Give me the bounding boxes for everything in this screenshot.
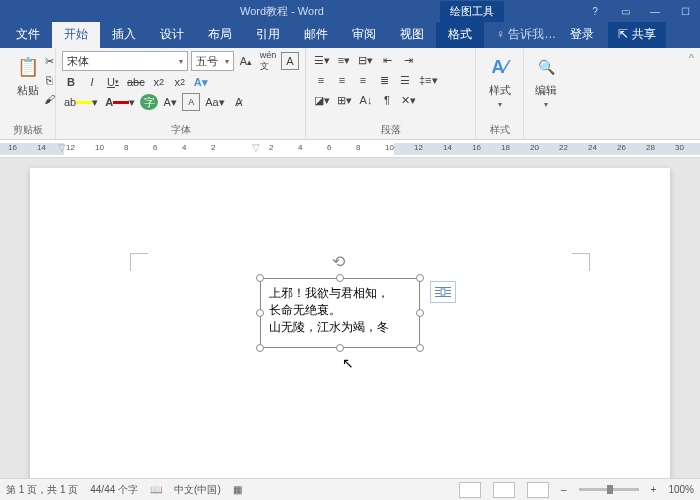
find-icon: 🔍	[532, 53, 560, 81]
line-spacing-button[interactable]: ‡≡▾	[417, 71, 440, 89]
superscript-button[interactable]: x2	[171, 73, 189, 91]
svg-rect-1	[435, 290, 440, 291]
bullets-button[interactable]: ☰▾	[312, 51, 332, 69]
multilevel-list-button[interactable]: ⊟▾	[356, 51, 375, 69]
cut-button[interactable]: ✂	[40, 52, 58, 70]
resize-handle-se[interactable]	[416, 344, 424, 352]
resize-handle-nw[interactable]	[256, 274, 264, 282]
ruler-tick: 4	[298, 143, 302, 152]
strikethrough-button[interactable]: abc	[125, 73, 147, 91]
horizontal-ruler[interactable]: ▽ ▽ 161412108642246810121416182022242628…	[0, 140, 700, 158]
decrease-indent-button[interactable]: ⇤	[378, 51, 396, 69]
editing-button[interactable]: 🔍 编辑 ▾	[530, 51, 562, 111]
print-layout-button[interactable]	[493, 482, 515, 498]
read-mode-button[interactable]	[459, 482, 481, 498]
tab-file[interactable]: 文件	[4, 21, 52, 48]
align-right-button[interactable]: ≡	[354, 71, 372, 89]
styles-label: 样式	[489, 83, 511, 98]
web-layout-button[interactable]	[527, 482, 549, 498]
show-marks-button[interactable]: ¶	[378, 91, 396, 109]
zoom-level[interactable]: 100%	[668, 484, 694, 495]
enclosed-char-button[interactable]: 字	[140, 94, 158, 110]
font-color-button[interactable]: A▾	[103, 93, 137, 111]
sort-button[interactable]: A↓	[357, 91, 375, 109]
resize-handle-w[interactable]	[256, 309, 264, 317]
char-border-button[interactable]: A	[281, 52, 299, 70]
ruler-tick: 30	[675, 143, 684, 152]
asian-layout-button[interactable]: ✕▾	[399, 91, 418, 109]
phonetic-guide-button[interactable]: wén文	[258, 52, 278, 70]
document-title: Word教程 - Word	[240, 4, 324, 19]
copy-button[interactable]: ⎘	[40, 71, 58, 89]
tab-home[interactable]: 开始	[52, 21, 100, 48]
page[interactable]: ⟲ 上邪！我欲与君相知， 长命无绝衰。 山无陵，江水为竭，冬 ↖	[30, 168, 670, 478]
subscript-button[interactable]: x2	[150, 73, 168, 91]
resize-handle-s[interactable]	[336, 344, 344, 352]
distributed-button[interactable]: ☰	[396, 71, 414, 89]
clear-format-button[interactable]: A̷	[230, 93, 248, 111]
document-area: ⟲ 上邪！我欲与君相知， 长命无绝衰。 山无陵，江水为竭，冬 ↖	[0, 158, 700, 478]
tab-references[interactable]: 引用	[244, 21, 292, 48]
help-icon[interactable]: ?	[580, 0, 610, 22]
minimize-icon[interactable]: —	[640, 0, 670, 22]
tab-design[interactable]: 设计	[148, 21, 196, 48]
font-size-combo[interactable]: 五号▾	[191, 51, 234, 71]
tell-me-search[interactable]: ♀ 告诉我…	[490, 21, 562, 48]
zoom-in-button[interactable]: +	[651, 484, 657, 495]
text-effects-button[interactable]: A▾	[192, 73, 210, 91]
format-painter-button[interactable]: 🖌	[40, 90, 58, 108]
share-button[interactable]: ⇱ 共享	[608, 21, 665, 48]
tab-review[interactable]: 审阅	[340, 21, 388, 48]
font-family-combo[interactable]: 宋体▾	[62, 51, 188, 71]
text-box[interactable]: ⟲ 上邪！我欲与君相知， 长命无绝衰。 山无陵，江水为竭，冬	[260, 278, 420, 348]
shading-button[interactable]: ◪▾	[312, 91, 332, 109]
collapse-ribbon-button[interactable]: ^	[683, 48, 700, 139]
margin-corner-tr	[572, 253, 590, 271]
tab-format[interactable]: 格式	[436, 21, 484, 48]
rotate-handle[interactable]: ⟲	[332, 251, 348, 267]
resize-handle-e[interactable]	[416, 309, 424, 317]
layout-options-button[interactable]	[430, 281, 456, 303]
page-number-status[interactable]: 第 1 页，共 1 页	[6, 483, 78, 497]
paragraph-group-label: 段落	[312, 121, 469, 137]
editing-label: 编辑	[535, 83, 557, 98]
shrink-font-button[interactable]: A▾	[161, 93, 179, 111]
underline-button[interactable]: U ▾	[104, 73, 122, 91]
margin-corner-tl	[130, 253, 148, 271]
resize-handle-ne[interactable]	[416, 274, 424, 282]
layout-options-icon	[434, 285, 452, 299]
ruler-tick: 2	[211, 143, 215, 152]
tab-mailings[interactable]: 邮件	[292, 21, 340, 48]
tab-insert[interactable]: 插入	[100, 21, 148, 48]
tab-layout[interactable]: 布局	[196, 21, 244, 48]
zoom-out-button[interactable]: –	[561, 484, 567, 495]
resize-handle-n[interactable]	[336, 274, 344, 282]
macro-icon[interactable]: ▦	[233, 484, 242, 495]
ribbon-tabs: 文件 开始 插入 设计 布局 引用 邮件 审阅 视图 格式 ♀ 告诉我… 登录 …	[0, 22, 700, 48]
indent-marker[interactable]: ▽	[252, 142, 260, 153]
login-button[interactable]: 登录	[562, 21, 602, 48]
language-status[interactable]: 中文(中国)	[174, 483, 221, 497]
word-count-status[interactable]: 44/44 个字	[90, 483, 138, 497]
increase-indent-button[interactable]: ⇥	[399, 51, 417, 69]
align-center-button[interactable]: ≡	[333, 71, 351, 89]
restore-icon[interactable]: ☐	[670, 0, 700, 22]
numbering-button[interactable]: ≡▾	[335, 51, 353, 69]
ribbon-collapse-icon[interactable]: ▭	[610, 0, 640, 22]
align-left-button[interactable]: ≡	[312, 71, 330, 89]
char-shading-button[interactable]: A	[182, 93, 200, 111]
justify-button[interactable]: ≣	[375, 71, 393, 89]
resize-handle-sw[interactable]	[256, 344, 264, 352]
grow-font-button[interactable]: A▴	[237, 52, 255, 70]
change-case-button[interactable]: Aa▾	[203, 93, 226, 111]
ruler-tick: 18	[501, 143, 510, 152]
italic-button[interactable]: I	[83, 73, 101, 91]
zoom-slider[interactable]	[579, 488, 639, 491]
bold-button[interactable]: B	[62, 73, 80, 91]
spellcheck-icon[interactable]: 📖	[150, 484, 162, 495]
left-margin-marker[interactable]: ▽	[58, 142, 66, 153]
tab-view[interactable]: 视图	[388, 21, 436, 48]
styles-button[interactable]: A⁄ 样式 ▾	[482, 51, 517, 111]
highlight-color-button[interactable]: ab▾	[62, 93, 100, 111]
borders-button[interactable]: ⊞▾	[335, 91, 354, 109]
